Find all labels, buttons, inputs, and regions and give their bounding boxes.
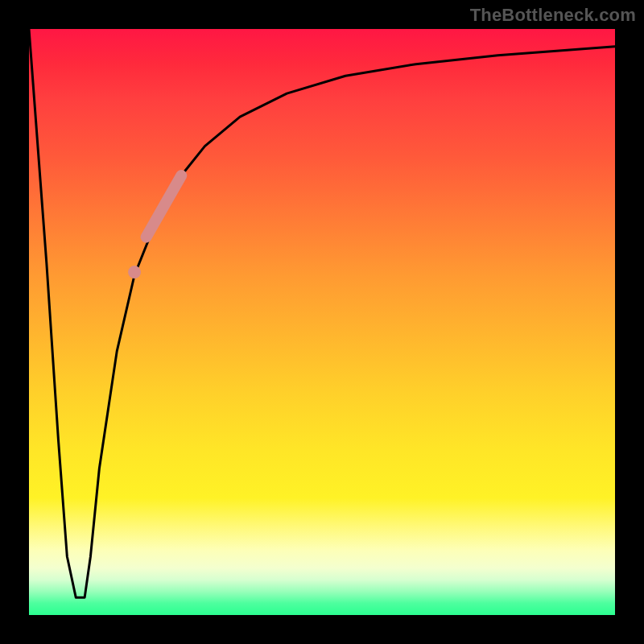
marker-dot [128,266,141,279]
outer-frame: TheBottleneck.com [0,0,644,644]
chart-svg [29,29,615,615]
watermark-text: TheBottleneck.com [470,5,636,26]
bottleneck-curve [29,29,615,597]
plot-area [29,29,615,615]
marker-highlight [147,175,182,237]
